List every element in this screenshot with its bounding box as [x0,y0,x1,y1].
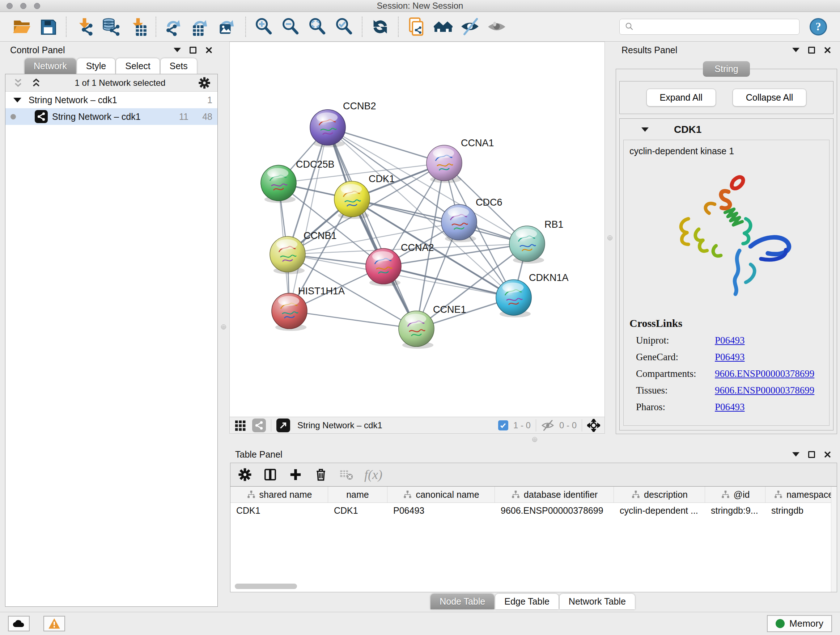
splitter-handle[interactable] [221,325,226,329]
search-input[interactable] [638,22,795,32]
column-header-@id[interactable]: @id [705,486,766,502]
detach-view-button[interactable] [276,418,290,432]
show-columns-icon[interactable] [263,467,278,482]
delete-column-icon[interactable] [314,467,328,482]
network-node[interactable] [334,181,370,219]
search-box[interactable] [619,19,799,35]
zoom-in-button[interactable] [252,16,275,38]
share-icon [254,421,264,430]
network-node[interactable] [496,280,531,318]
vertical-splitter-right[interactable] [605,42,616,434]
table-cell: stringdb [766,503,837,518]
create-column-icon[interactable] [288,467,303,482]
horizontal-scrollbar[interactable] [235,584,297,589]
panel-menu-icon[interactable] [792,452,799,456]
birds-eye-grid-icon[interactable] [234,419,247,432]
column-header-canonical-name[interactable]: canonical name [387,486,495,502]
crosslink-link[interactable]: 9606.ENSP00000378699 [715,368,814,379]
maximize-window-icon[interactable] [34,3,40,9]
window-controls[interactable] [6,3,40,9]
crosslink-link[interactable]: P06493 [715,352,745,363]
help-button[interactable]: ? [810,18,827,35]
tab-network-table[interactable]: Network Table [560,594,635,609]
first-neighbors-button[interactable] [431,16,455,38]
toolbar-separator [66,17,66,37]
close-window-icon[interactable] [6,3,13,9]
minimize-window-icon[interactable] [20,3,27,9]
column-header-description[interactable]: description [614,486,705,502]
import-table-button[interactable] [126,16,149,38]
tree-root-row[interactable]: String Network – cdk1 1 [5,92,218,108]
zoom-out-button[interactable] [279,16,302,38]
tab-sets[interactable]: Sets [161,58,197,74]
search-icon [624,21,635,32]
expand-all-button[interactable]: Expand All [646,89,716,106]
cloud-button[interactable] [8,616,30,631]
toolbar-separator [398,17,399,37]
crosslink-link[interactable]: P06493 [715,402,745,413]
collapse-all-icon[interactable] [12,77,24,89]
tab-edge-table[interactable]: Edge Table [495,594,559,609]
column-header-name[interactable]: name [328,486,387,502]
warnings-button[interactable] [43,616,65,631]
tree-options-gear-icon[interactable] [198,76,211,89]
panel-close-icon[interactable] [824,451,831,458]
horizontal-splitter[interactable] [229,434,840,446]
table-options-gear-icon[interactable] [238,467,252,482]
tree-network-row[interactable]: String Network – cdk1 11 48 [5,108,218,125]
vertical-scrollbar[interactable] [831,486,837,592]
column-header-shared-name[interactable]: shared name [231,486,328,502]
network-node[interactable] [272,293,307,331]
network-node[interactable] [366,249,401,286]
apply-layout-button[interactable] [369,16,392,38]
selected-checkbox[interactable] [498,420,508,431]
splitter-handle[interactable] [532,437,537,442]
tab-network[interactable]: Network [25,58,76,74]
panel-float-icon[interactable] [808,451,815,458]
vertical-splitter-left[interactable] [218,42,229,612]
panel-close-icon[interactable] [205,46,213,54]
panel-float-icon[interactable] [808,47,815,54]
table-row[interactable]: CDK1CDK1P064939606.ENSP00000378699cyclin… [231,503,837,518]
crosslink-link[interactable]: 9606.ENSP00000378699 [715,385,814,396]
tab-select[interactable]: Select [116,58,159,74]
column-header-namespace[interactable]: namespace [766,486,837,502]
tab-string[interactable]: String [703,61,750,77]
collapse-all-button[interactable]: Collapse All [733,89,807,106]
network-title: String Network – cdk1 [297,420,382,431]
zoom-fit-button[interactable] [306,16,329,38]
collapse-icon[interactable] [13,98,21,103]
export-image-button[interactable] [216,16,239,38]
network-node[interactable] [399,311,434,348]
import-network-database-button[interactable] [99,16,123,38]
panel-menu-icon[interactable] [792,48,799,52]
panel-close-icon[interactable] [824,46,831,54]
tab-style[interactable]: Style [77,58,115,74]
network-canvas[interactable]: CCNB2CCNA1CDC25BCDK1CDC6RB1CCNB1CCNA2CDK… [230,42,605,417]
network-node[interactable] [261,165,296,203]
collapse-section-icon[interactable] [641,127,649,132]
export-table-button[interactable] [189,16,212,38]
network-overview-button[interactable] [252,418,266,432]
zoom-selected-button[interactable] [332,16,355,38]
network-node[interactable] [270,236,305,274]
panel-menu-icon[interactable] [174,48,181,52]
hide-graphics-details-button[interactable] [458,16,482,38]
memory-button[interactable]: Memory [767,615,832,632]
export-network-button[interactable] [163,16,186,38]
panel-float-icon[interactable] [189,47,196,54]
splitter-handle[interactable] [607,235,613,241]
save-session-button[interactable] [36,16,60,38]
network-graph[interactable]: CCNB2CCNA1CDC25BCDK1CDC6RB1CCNB1CCNA2CDK… [230,42,605,417]
apply-layout-icon [371,17,390,36]
crosslink-link[interactable]: P06493 [715,335,745,346]
clone-network-button[interactable] [405,16,428,38]
import-network-button[interactable] [73,16,96,38]
tab-node-table[interactable]: Node Table [431,594,494,609]
network-node[interactable] [426,145,462,183]
pan-crosshair-icon[interactable] [587,419,600,432]
column-header-database-identifier[interactable]: database identifier [495,486,614,502]
open-file-button[interactable] [10,16,33,38]
network-node[interactable] [509,226,545,264]
expand-all-icon[interactable] [30,77,42,89]
